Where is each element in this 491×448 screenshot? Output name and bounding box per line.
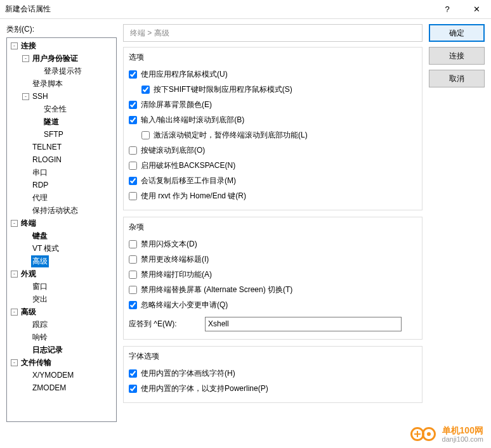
tree-item-label: 安全性 xyxy=(43,103,68,115)
checkbox-label: 禁用更改终端标题(I) xyxy=(141,254,209,265)
tree-item-label: VT 模式 xyxy=(31,243,60,255)
tree-item-label: 突出 xyxy=(31,293,49,305)
checkbox-row: 按下SHIFT键时限制应用程序鼠标模式(S) xyxy=(129,82,417,97)
tree-item-label: 保持活动状态 xyxy=(31,205,79,217)
checkbox[interactable] xyxy=(129,385,137,393)
tree-item[interactable]: -用户身份验证 xyxy=(7,52,116,65)
checkbox[interactable] xyxy=(141,131,150,139)
checkbox[interactable] xyxy=(129,271,137,279)
tree-item[interactable]: 键盘 xyxy=(7,229,116,242)
watermark-icon xyxy=(410,426,438,442)
ok-button[interactable]: 确定 xyxy=(429,24,485,42)
checkbox-row: 会话复制后移至工作目录(M) xyxy=(129,173,417,188)
checkbox-label: 启用破坏性BACKSPACE(N) xyxy=(141,160,235,171)
checkbox[interactable] xyxy=(141,86,150,94)
misc-legend: 杂项 xyxy=(126,222,147,233)
checkbox-label: 禁用终端替换屏幕 (Alternate Screen) 切换(T) xyxy=(141,285,292,295)
checkbox-row: 清除屏幕背景颜色(E) xyxy=(129,97,417,112)
checkbox-label: 使用应用程序鼠标模式(U) xyxy=(141,69,228,80)
tree-item[interactable]: 窗口 xyxy=(7,280,116,293)
tree-item[interactable]: 串口 xyxy=(7,166,116,179)
tree-item-label: 代理 xyxy=(31,192,49,204)
checkbox[interactable] xyxy=(129,162,137,170)
tree-item[interactable]: 日志记录 xyxy=(7,343,116,356)
cancel-button[interactable]: 取消 xyxy=(429,70,485,87)
tree-toggle-icon[interactable]: - xyxy=(22,93,29,100)
font-fieldset: 字体选项 使用内置的字体画线字符(H)使用内置的字体，以支持Powerline(… xyxy=(123,346,422,403)
tree-item-label: RDP xyxy=(31,180,49,190)
tree-toggle-icon[interactable]: - xyxy=(11,271,18,278)
connect-button[interactable]: 连接 xyxy=(429,47,485,65)
tree-item[interactable]: SFTP xyxy=(7,128,116,141)
tree-item[interactable]: -文件传输 xyxy=(7,356,116,369)
tree-toggle-icon[interactable]: - xyxy=(11,220,18,227)
checkbox[interactable] xyxy=(129,286,137,294)
tree-toggle-icon[interactable]: - xyxy=(22,55,29,62)
breadcrumb: 终端 > 高级 xyxy=(123,24,422,42)
tree-item-label: 跟踪 xyxy=(31,319,49,331)
checkbox-label: 清除屏幕背景颜色(E) xyxy=(141,99,212,110)
tree-item[interactable]: VT 模式 xyxy=(7,242,116,255)
tree-item[interactable]: 登录脚本 xyxy=(7,77,116,90)
checkbox[interactable] xyxy=(129,255,137,264)
tree-item-label: 连接 xyxy=(20,40,37,52)
tree-item[interactable]: RLOGIN xyxy=(7,153,116,166)
tree-item[interactable]: -外观 xyxy=(7,267,116,280)
checkbox[interactable] xyxy=(129,301,137,309)
tree-item[interactable]: 跟踪 xyxy=(7,318,116,331)
window-title: 新建会话属性 xyxy=(0,4,433,15)
tree-item[interactable]: ZMODEM xyxy=(7,381,116,394)
tree-item[interactable]: -终端 xyxy=(7,217,116,229)
tree-item[interactable]: 安全性 xyxy=(7,103,116,115)
close-button[interactable]: ✕ xyxy=(462,0,491,19)
category-label: 类别(C): xyxy=(6,24,117,35)
checkbox-row: 禁用终端替换屏幕 (Alternate Screen) 切换(T) xyxy=(129,282,417,297)
tree-item[interactable]: 隧道 xyxy=(7,115,116,128)
tree-item[interactable]: TELNET xyxy=(7,141,116,153)
tree-item[interactable]: 代理 xyxy=(7,191,116,204)
watermark: 单机100网 danji100.com xyxy=(410,426,483,443)
tree-item[interactable]: 响铃 xyxy=(7,331,116,343)
tree-item-label: ZMODEM xyxy=(31,383,67,393)
category-tree[interactable]: -连接-用户身份验证登录提示符登录脚本-SSH安全性隧道SFTPTELNETRL… xyxy=(6,37,117,422)
checkbox-row: 启用破坏性BACKSPACE(N) xyxy=(129,158,417,173)
tree-item[interactable]: -高级 xyxy=(7,305,116,318)
checkbox-label: 使用内置的字体画线字符(H) xyxy=(141,368,235,379)
checkbox-row: 使用 rxvt 作为 Home/End 键(R) xyxy=(129,188,417,203)
tree-item-label: 终端 xyxy=(20,217,37,229)
checkbox[interactable] xyxy=(129,70,137,79)
checkbox-row: 输入/输出终端时滚动到底部(B) xyxy=(129,112,417,127)
checkbox[interactable] xyxy=(129,116,137,124)
tree-item[interactable]: 高级 xyxy=(7,255,116,267)
answer-input[interactable] xyxy=(205,317,402,331)
tree-toggle-icon[interactable]: - xyxy=(11,42,18,49)
font-legend: 字体选项 xyxy=(126,351,162,362)
checkbox[interactable] xyxy=(129,177,137,185)
checkbox[interactable] xyxy=(129,240,137,248)
tree-item[interactable]: RDP xyxy=(7,179,116,191)
checkbox-label: 激活滚动锁定时，暂停终端滚动到底部功能(L) xyxy=(154,130,308,141)
tree-item[interactable]: X/YMODEM xyxy=(7,369,116,381)
checkbox[interactable] xyxy=(129,192,137,200)
misc-fieldset: 杂项 禁用闪烁文本(D)禁用更改终端标题(I)禁用终端打印功能(A)禁用终端替换… xyxy=(123,217,422,340)
tree-item-label: 窗口 xyxy=(31,281,49,293)
tree-item[interactable]: 突出 xyxy=(7,293,116,305)
help-button[interactable]: ? xyxy=(433,0,462,19)
checkbox[interactable] xyxy=(129,369,137,378)
tree-item-label: 高级 xyxy=(31,255,49,267)
checkbox[interactable] xyxy=(129,101,137,109)
tree-item[interactable]: 保持活动状态 xyxy=(7,204,116,217)
checkbox[interactable] xyxy=(129,146,137,155)
tree-item-label: RLOGIN xyxy=(31,155,63,165)
tree-toggle-icon[interactable]: - xyxy=(11,359,18,366)
tree-item-label: 日志记录 xyxy=(31,344,64,356)
tree-item-label: 串口 xyxy=(31,167,49,179)
tree-item[interactable]: -连接 xyxy=(7,39,116,52)
tree-item-label: 登录提示符 xyxy=(43,65,83,77)
checkbox-row: 使用应用程序鼠标模式(U) xyxy=(129,67,417,82)
tree-item-label: 登录脚本 xyxy=(31,78,64,90)
tree-item[interactable]: 登录提示符 xyxy=(7,65,116,77)
tree-toggle-icon[interactable]: - xyxy=(11,309,18,316)
tree-item[interactable]: -SSH xyxy=(7,90,116,103)
tree-item-label: SFTP xyxy=(43,129,65,139)
